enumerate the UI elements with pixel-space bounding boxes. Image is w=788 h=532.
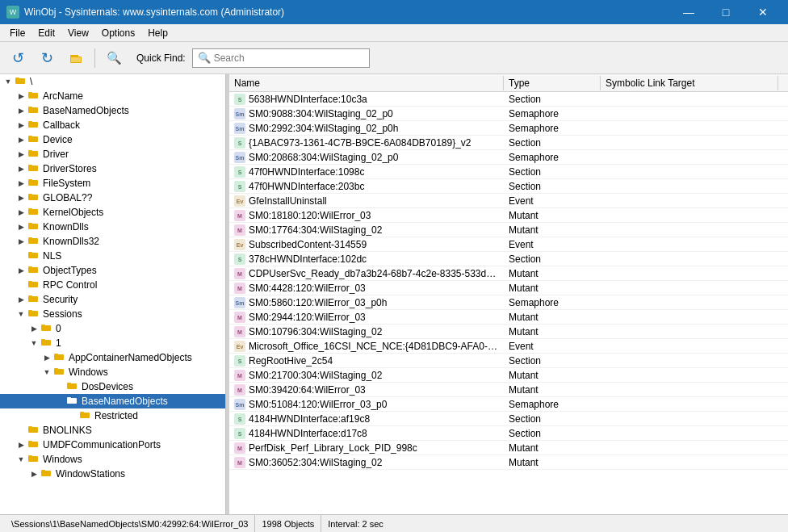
list-row[interactable]: EvMicrosoft_Office_16CSI_NCE_NCE:{4D81DB…: [229, 339, 788, 354]
minimize-button[interactable]: —: [670, 0, 707, 24]
tree-expander-driverstores[interactable]: ▶: [15, 162, 27, 175]
tree-expander-umdf[interactable]: ▶: [15, 438, 27, 451]
list-row[interactable]: MSM0:21700:304:WilStaging_02Mutant: [229, 368, 788, 383]
list-row[interactable]: S4184HWNDInterface:d17c8Section: [229, 426, 788, 441]
col-header-type[interactable]: Type: [504, 76, 601, 90]
col-header-symlink[interactable]: Symbolic Link Target: [601, 76, 778, 90]
tree-expander-arcname[interactable]: ▶: [15, 90, 27, 103]
list-row[interactable]: MSM0:4428:120:WilError_03Mutant: [229, 281, 788, 295]
tree-item-knowndlls32[interactable]: ▶KnownDlls32: [0, 234, 225, 249]
tree-expander-sessions[interactable]: ▼: [15, 308, 27, 320]
list-row[interactable]: S5638HWNDInterface:10c3aSection: [229, 92, 788, 107]
tree-expander-objecttypes[interactable]: ▶: [15, 264, 27, 277]
tree-expander-restricted[interactable]: [66, 409, 79, 422]
tree-item-nls[interactable]: NLS: [0, 249, 225, 263]
menu-file[interactable]: File: [3, 26, 31, 40]
list-row[interactable]: MSM0:2944:120:WilError_03Mutant: [229, 310, 788, 325]
tree-item-root[interactable]: ▼\: [0, 74, 225, 89]
tree-item-s1[interactable]: ▼1: [0, 336, 225, 350]
tree-item-restricted[interactable]: Restricted: [0, 408, 225, 423]
tree-item-kernelobjects[interactable]: ▶KernelObjects: [0, 205, 225, 220]
tree-expander-windows[interactable]: ▼: [40, 366, 53, 379]
tree-item-windows[interactable]: ▼Windows: [0, 365, 225, 379]
list-row[interactable]: MSM0:18180:120:WilError_03Mutant: [229, 208, 788, 223]
tree-expander-bnolinks[interactable]: [15, 424, 27, 437]
search-input[interactable]: [214, 52, 364, 64]
search-box[interactable]: 🔍: [192, 48, 370, 68]
tree-item-driverstores[interactable]: ▶DriverStores: [0, 161, 225, 176]
tree-item-dosdevices[interactable]: DosDevices: [0, 379, 225, 394]
list-row[interactable]: MCDPUserSvc_Ready_db7a3b24-68b7-4c2e-833…: [229, 266, 788, 281]
list-row[interactable]: S378cHWNDInterface:102dcSection: [229, 252, 788, 266]
tree-item-winstations[interactable]: ▶WindowStations: [0, 467, 225, 481]
tree-item-device[interactable]: ▶Device: [0, 132, 225, 147]
tree-expander-s1[interactable]: ▼: [27, 337, 40, 350]
list-row[interactable]: SRegRootHive_2c54Section: [229, 354, 788, 368]
list-row[interactable]: MSM0:39420:64:WilError_03Mutant: [229, 383, 788, 397]
tree-expander-nls[interactable]: [15, 249, 27, 262]
list-row[interactable]: MSM0:10796:304:WilStaging_02Mutant: [229, 325, 788, 339]
list-row[interactable]: SmSM0:2992:304:WilStaging_02_p0hSemaphor…: [229, 121, 788, 136]
tree-expander-callback[interactable]: ▶: [15, 119, 27, 132]
tree-expander-basenamedobj[interactable]: ▶: [15, 104, 27, 117]
tree-item-rpccontrol[interactable]: RPC Control: [0, 278, 225, 292]
tree-expander-basenamedobj2[interactable]: [53, 395, 66, 408]
tree-expander-filesystem[interactable]: ▶: [15, 177, 27, 190]
tree-item-filesystem[interactable]: ▶FileSystem: [0, 176, 225, 191]
tree-item-winroot[interactable]: ▼Windows: [0, 452, 225, 467]
tree-item-security[interactable]: ▶Security: [0, 292, 225, 307]
tree-item-umdf[interactable]: ▶UMDFCommunicationPorts: [0, 438, 225, 452]
col-header-name[interactable]: Name: [229, 76, 504, 90]
list-row[interactable]: SmSM0:5860:120:WilError_03_p0hSemaphore: [229, 295, 788, 310]
tree-pane[interactable]: ▼\▶ArcName▶BaseNamedObjects▶Callback▶Dev…: [0, 74, 226, 514]
tree-expander-driver[interactable]: ▶: [15, 148, 27, 161]
list-row[interactable]: S{1ABAC973-1361-4C7B-B9CE-6A084DB70189}_…: [229, 136, 788, 150]
tree-item-driver[interactable]: ▶Driver: [0, 147, 225, 161]
tree-item-basenamedobj2[interactable]: BaseNamedObjects: [0, 394, 225, 408]
tree-expander-s0[interactable]: ▶: [27, 322, 40, 335]
tree-expander-kernelobjects[interactable]: ▶: [15, 206, 27, 219]
list-row[interactable]: EvGfeInstallUninstallEvent: [229, 194, 788, 208]
tree-item-global[interactable]: ▶GLOBAL??: [0, 191, 225, 205]
menu-view[interactable]: View: [61, 26, 95, 40]
tree-expander-dosdevices[interactable]: [53, 380, 66, 393]
list-row[interactable]: SmSM0:20868:304:WilStaging_02_p0Semaphor…: [229, 150, 788, 165]
find-button[interactable]: 🔍: [101, 45, 127, 71]
menu-help[interactable]: Help: [141, 26, 174, 40]
close-button[interactable]: ✕: [744, 0, 782, 24]
tree-item-objecttypes[interactable]: ▶ObjectTypes: [0, 263, 225, 278]
refresh2-button[interactable]: ↻: [34, 45, 60, 71]
tree-expander-knowndlls[interactable]: ▶: [15, 220, 27, 233]
list-row[interactable]: S47f0HWNDInterface:1098cSection: [229, 165, 788, 179]
tree-item-sessions[interactable]: ▼Sessions: [0, 307, 225, 321]
tree-item-bnolinks[interactable]: BNOLINKS: [0, 423, 225, 438]
tree-item-s0[interactable]: ▶0: [0, 321, 225, 336]
maximize-button[interactable]: □: [707, 0, 744, 24]
tree-item-knowndlls[interactable]: ▶KnownDlls: [0, 220, 225, 234]
list-row[interactable]: S47f0HWNDInterface:203bcSection: [229, 179, 788, 194]
tree-expander-root[interactable]: ▼: [2, 75, 15, 88]
list-row[interactable]: MSM0:17764:304:WilStaging_02Mutant: [229, 223, 788, 237]
tree-item-basenamedobj[interactable]: ▶BaseNamedObjects: [0, 103, 225, 118]
tree-expander-global[interactable]: ▶: [15, 191, 27, 204]
menu-options[interactable]: Options: [95, 26, 141, 40]
tree-expander-winroot[interactable]: ▼: [15, 453, 27, 466]
tree-item-callback[interactable]: ▶Callback: [0, 118, 225, 132]
tree-expander-rpccontrol[interactable]: [15, 279, 27, 291]
list-row[interactable]: S4184HWNDInterface:af19c8Section: [229, 412, 788, 426]
list-scroll[interactable]: S5638HWNDInterface:10c3aSectionSmSM0:908…: [229, 92, 788, 514]
list-row[interactable]: SmSM0:9088:304:WilStaging_02_p0Semaphore: [229, 107, 788, 121]
open-button[interactable]: [63, 45, 89, 71]
tree-expander-security[interactable]: ▶: [15, 293, 27, 306]
tree-item-appcontainer[interactable]: ▶AppContainerNamedObjects: [0, 350, 225, 365]
tree-expander-device[interactable]: ▶: [15, 133, 27, 146]
list-row[interactable]: SmSM0:51084:120:WilError_03_p0Semaphore: [229, 397, 788, 412]
refresh-button[interactable]: ↺: [5, 45, 31, 71]
list-row[interactable]: EvSubscribedContent-314559Event: [229, 237, 788, 252]
tree-expander-knowndlls32[interactable]: ▶: [15, 235, 27, 248]
tree-expander-appcontainer[interactable]: ▶: [40, 351, 53, 364]
list-row[interactable]: MSM0:36052:304:WilStaging_02Mutant: [229, 455, 788, 470]
menu-edit[interactable]: Edit: [31, 26, 61, 40]
tree-item-arcname[interactable]: ▶ArcName: [0, 89, 225, 103]
tree-expander-winstations[interactable]: ▶: [27, 467, 40, 480]
